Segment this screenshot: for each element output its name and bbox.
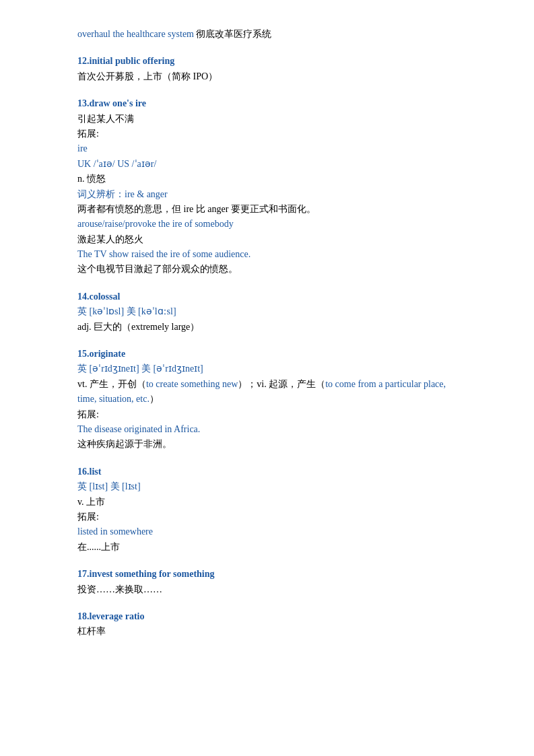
item-12: 12.initial public offering 首次公开募股，上市（简称 … bbox=[77, 54, 457, 84]
item-15-expand: 拓展: bbox=[77, 409, 99, 419]
item-15-pos-vt: vt. 产生，开创（to create something new）；vi. 起… bbox=[77, 379, 446, 404]
item-13-example-en: The TV show raised the ire of some audie… bbox=[77, 249, 251, 259]
item-15-phonetic-us: 美 [əˈrɪdʒɪneɪt] bbox=[141, 364, 203, 374]
item-16-title: 16.list bbox=[77, 467, 101, 477]
item-17-definition: 投资……来换取…… bbox=[77, 584, 162, 594]
page-content: overhaul the healthcare system 彻底改革医疗系统 … bbox=[77, 27, 457, 640]
item-18: 18.leverage ratio 杠杆率 bbox=[77, 609, 457, 640]
item-15-title: 15.originate bbox=[77, 349, 125, 359]
item-13-analysis-label: 词义辨析：ire & anger bbox=[77, 189, 168, 199]
item-17: 17.invest something for something 投资……来换… bbox=[77, 567, 457, 597]
item-16-collocation-en: listed in somewhere bbox=[77, 526, 153, 537]
intro-cn: 彻底改革医疗系统 bbox=[196, 29, 271, 39]
item-14-phonetic-us: 美 [kəˈlɑːsl] bbox=[127, 306, 176, 316]
item-14-phonetic-uk: 英 [kəˈlɒsl] bbox=[77, 306, 124, 316]
item-14-pos: adj. 巨大的（extremely large） bbox=[77, 322, 199, 332]
item-15-example-en: The disease originated in Africa. bbox=[77, 424, 200, 434]
item-13-analysis-cn: 两者都有愤怒的意思，但 ire 比 anger 要更正式和书面化。 bbox=[77, 204, 316, 214]
item-13-collocation-cn: 激起某人的怒火 bbox=[77, 234, 143, 244]
item-16-expand: 拓展: bbox=[77, 512, 99, 522]
item-13-phonetic-us: US /ˈaɪər/ bbox=[117, 159, 156, 169]
item-17-title: 17.invest something for something bbox=[77, 569, 215, 579]
intro-en: overhaul the healthcare system bbox=[77, 29, 194, 39]
item-14-title: 14.colossal bbox=[77, 291, 120, 302]
item-13-word: ire bbox=[77, 143, 88, 153]
item-12-title: 12.initial public offering bbox=[77, 56, 174, 66]
item-16-collocation-cn: 在......上市 bbox=[77, 542, 120, 552]
item-15-phonetic-uk: 英 [əˈrɪdʒɪneɪt] bbox=[77, 364, 139, 374]
item-13-title: 13.draw one's ire bbox=[77, 98, 146, 108]
item-13-example-cn: 这个电视节目激起了部分观众的愤怒。 bbox=[77, 264, 238, 274]
item-13-pos: n. 愤怒 bbox=[77, 174, 106, 184]
item-13-phonetic-uk: UK /ˈaɪə/ bbox=[77, 159, 115, 169]
item-16-phonetic-us: 美 [lɪst] bbox=[110, 481, 141, 491]
item-13-collocation-en: arouse/raise/provoke the ire of somebody bbox=[77, 219, 234, 229]
item-16-pos: v. 上市 bbox=[77, 497, 105, 507]
item-12-definition: 首次公开募股，上市（简称 IPO） bbox=[77, 71, 218, 81]
item-14: 14.colossal 英 [kəˈlɒsl] 美 [kəˈlɑːsl] adj… bbox=[77, 289, 457, 335]
item-18-title: 18.leverage ratio bbox=[77, 611, 145, 621]
intro-section: overhaul the healthcare system 彻底改革医疗系统 bbox=[77, 27, 457, 42]
item-18-definition: 杠杆率 bbox=[77, 626, 106, 636]
item-13: 13.draw one's ire 引起某人不满 拓展: ire UK /ˈaɪ… bbox=[77, 96, 457, 277]
item-13-expand: 拓展: bbox=[77, 129, 99, 139]
item-16: 16.list 英 [lɪst] 美 [lɪst] v. 上市 拓展: list… bbox=[77, 465, 457, 555]
item-15-example-cn: 这种疾病起源于非洲。 bbox=[77, 439, 172, 449]
item-13-definition: 引起某人不满 bbox=[77, 114, 134, 124]
item-15: 15.originate 英 [əˈrɪdʒɪneɪt] 美 [əˈrɪdʒɪn… bbox=[77, 347, 457, 452]
item-16-phonetic-uk: 英 [lɪst] bbox=[77, 481, 108, 491]
